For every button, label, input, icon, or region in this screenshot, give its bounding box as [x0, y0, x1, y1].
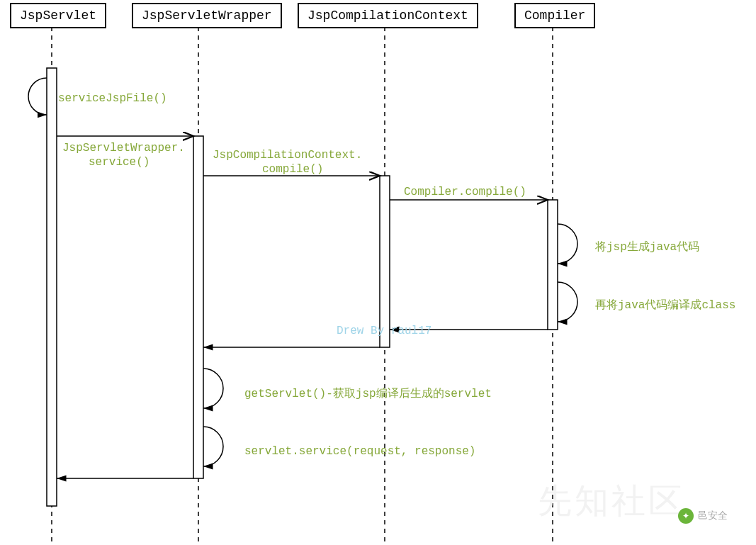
activation-compiler: [548, 200, 558, 330]
label-servicejspfile: serviceJspFile(): [58, 92, 167, 105]
participant-compiler: Compiler: [514, 3, 595, 28]
participant-jspservletwrapper: JspServletWrapper: [132, 3, 282, 28]
label-jspservletwrapper-service-l2: service(): [89, 156, 149, 169]
participant-jspservlet: JspServlet: [10, 3, 106, 28]
bg-brand-text: 先知社区: [538, 478, 685, 524]
label-jspcompilationcontext-compile-l2: compile(): [262, 163, 323, 176]
footer-logo: ✦ 邑安全: [678, 508, 728, 524]
self-servicejspfile: [28, 78, 47, 115]
label-java-to-class: 再将java代码编译成class: [595, 298, 735, 313]
self-servlet-service: [203, 427, 223, 466]
self-jsp-to-java: [558, 224, 577, 264]
sequence-svg: [0, 0, 756, 545]
label-jspcompilationcontext-compile-l1: JspCompilationContext.: [213, 149, 362, 162]
activation-jspcompilationcontext: [380, 176, 390, 347]
participant-jspcompilationcontext: JspCompilationContext: [298, 3, 478, 28]
wechat-icon: ✦: [678, 508, 694, 524]
footer-brand-label: 邑安全: [698, 510, 728, 522]
label-compiler-compile: Compiler.compile(): [404, 186, 526, 198]
watermark-text: Drew By raul17: [337, 325, 431, 337]
label-jsp-to-java: 将jsp生成java代码: [595, 240, 699, 254]
self-java-to-class: [558, 282, 577, 322]
activation-jspservlet: [47, 68, 57, 506]
label-jspservletwrapper-service-l1: JspServletWrapper.: [62, 142, 185, 154]
label-servlet-service: servlet.service(request, response): [244, 445, 475, 458]
label-getservlet: getServlet()-获取jsp编译后生成的servlet: [244, 386, 492, 401]
activation-jspservletwrapper: [193, 136, 203, 478]
self-getservlet: [203, 369, 223, 408]
